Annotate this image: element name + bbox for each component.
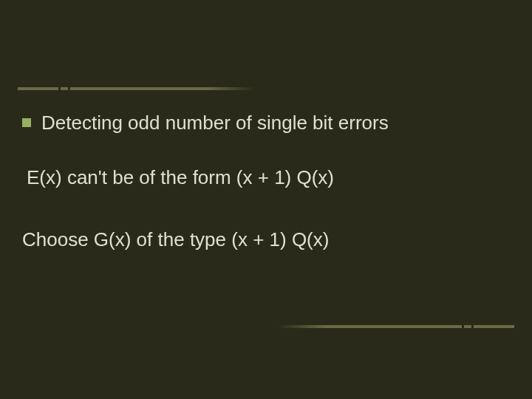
- body-line-3: Choose G(x) of the type (x + 1) Q(x): [22, 228, 510, 253]
- divider-bottom: [278, 325, 514, 328]
- divider-top: [18, 87, 254, 90]
- bullet-item: Detecting odd number of single bit error…: [22, 111, 510, 136]
- slide: Detecting odd number of single bit error…: [0, 0, 532, 399]
- bullet-square-icon: [22, 118, 31, 127]
- body-line-2: E(x) can't be of the form (x + 1) Q(x): [27, 166, 510, 191]
- slide-content: Detecting odd number of single bit error…: [22, 111, 510, 252]
- bullet-text: Detecting odd number of single bit error…: [41, 111, 389, 136]
